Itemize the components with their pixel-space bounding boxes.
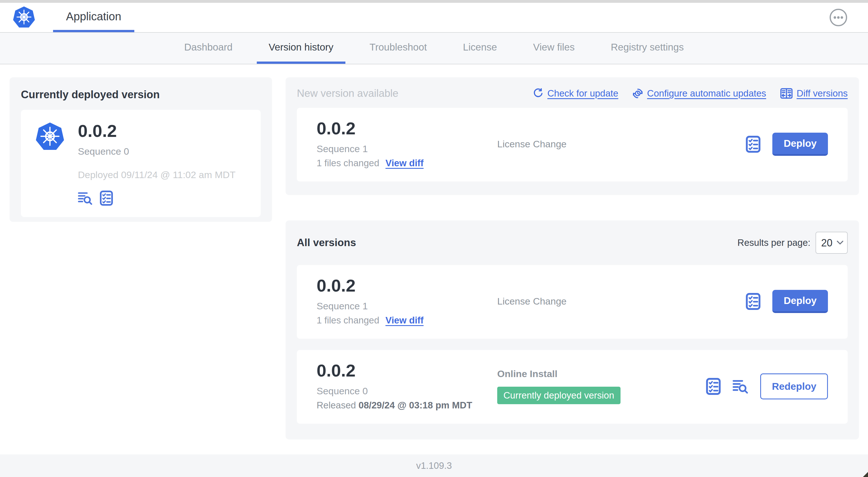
current-version-actions [78, 190, 236, 206]
current-version-sequence: Sequence 0 [78, 146, 236, 157]
version-actions: Deploy [746, 290, 828, 313]
files-changed-text: 1 files changed [317, 315, 379, 326]
nav-tab-version-history[interactable]: Version history [257, 33, 345, 64]
mouse-cursor [863, 472, 868, 477]
currently-deployed-panel: Currently deployed version [9, 77, 272, 222]
overflow-menu-button[interactable] [829, 8, 848, 27]
current-version-details: 0.0.2 Sequence 0 Deployed 09/11/24 @ 11:… [78, 122, 236, 205]
version-actions: Deploy [746, 133, 828, 156]
deploy-logs-button[interactable] [78, 191, 93, 205]
configure-automatic-updates-link[interactable]: Configure automatic updates [632, 88, 766, 99]
nav-tab-view-files[interactable]: View files [521, 33, 586, 64]
all-versions-header: All versions Results per page: 20 [297, 232, 848, 254]
version-info: 0.0.2 Sequence 1 1 files changed View di… [317, 277, 497, 326]
all-versions-title: All versions [297, 237, 356, 249]
new-version-header: New version available Check for update [297, 88, 848, 99]
app-header: Application [0, 3, 868, 33]
kubernetes-logo-icon [12, 6, 36, 29]
version-sequence: Sequence 1 [317, 301, 497, 311]
checklist-icon [746, 293, 761, 310]
section-nav: Dashboard Version history Troubleshoot L… [0, 33, 868, 64]
new-version-card: 0.0.2 Sequence 1 1 files changed View di… [297, 108, 848, 181]
nav-tab-troubleshoot[interactable]: Troubleshoot [358, 33, 439, 64]
current-version-deployed-at: Deployed 09/11/24 @ 11:02 am MDT [78, 169, 236, 180]
preflight-checks-button[interactable] [706, 378, 721, 395]
deploy-button[interactable]: Deploy [772, 290, 828, 313]
current-version-number: 0.0.2 [78, 122, 236, 140]
nav-tab-registry-settings[interactable]: Registry settings [599, 33, 695, 64]
version-source: License Change [497, 139, 746, 150]
update-actions: Check for update Configure automatic upd… [533, 88, 848, 99]
checklist-icon [746, 136, 761, 153]
log-search-icon [733, 379, 748, 394]
version-number: 0.0.2 [317, 362, 497, 379]
version-source: License Change [497, 296, 746, 307]
version-info: 0.0.2 Sequence 1 1 files changed View di… [317, 120, 497, 169]
currently-deployed-card: 0.0.2 Sequence 0 Deployed 09/11/24 @ 11:… [21, 110, 261, 217]
app-title: Application [66, 10, 121, 23]
split-diff-icon [780, 88, 793, 99]
version-rows: 0.0.2 Sequence 1 1 files changed View di… [297, 265, 848, 424]
results-per-page-label: Results per page: [737, 237, 810, 248]
released-date: 08/29/24 @ 03:18 pm MDT [359, 400, 472, 410]
version-source: Online Install Currently deployed versio… [497, 368, 706, 404]
main-content: Currently deployed version [0, 64, 868, 454]
check-for-update-link[interactable]: Check for update [533, 88, 618, 99]
diff-versions-link[interactable]: Diff versions [780, 88, 848, 99]
kubernetes-app-icon [35, 122, 65, 152]
source-label: Online Install [497, 368, 706, 379]
version-info: 0.0.2 Sequence 0 Released 08/29/24 @ 03:… [317, 362, 497, 411]
files-changed-row: 1 files changed View diff [317, 158, 497, 169]
checklist-icon [706, 378, 721, 395]
view-diff-link[interactable]: View diff [385, 315, 424, 326]
all-versions-panel: All versions Results per page: 20 [286, 220, 859, 440]
header-spacer [134, 3, 829, 32]
app-window: Application Dashboard Version history Tr… [0, 0, 868, 477]
source-label: License Change [497, 139, 746, 150]
currently-deployed-title: Currently deployed version [21, 89, 261, 101]
files-changed-row: 1 files changed View diff [317, 315, 497, 326]
results-per-page-select[interactable]: 20 [815, 232, 848, 254]
results-per-page: Results per page: 20 [737, 232, 848, 254]
right-column: New version available Check for update [286, 77, 859, 443]
new-version-panel: New version available Check for update [286, 77, 859, 195]
view-diff-link[interactable]: View diff [385, 158, 424, 169]
version-number: 0.0.2 [317, 120, 497, 137]
version-sequence: Sequence 1 [317, 143, 497, 154]
clock-refresh-icon [632, 88, 643, 99]
checklist-icon [100, 190, 113, 206]
app-footer: v1.109.3 [0, 454, 868, 477]
files-changed-text: 1 files changed [317, 158, 379, 169]
nav-tab-license[interactable]: License [451, 33, 509, 64]
deploy-logs-button[interactable] [733, 379, 748, 394]
version-number: 0.0.2 [317, 277, 497, 294]
tab-application[interactable]: Application [53, 3, 134, 32]
deploy-button[interactable]: Deploy [772, 133, 828, 156]
released-label: Released [317, 400, 356, 410]
source-label: License Change [497, 296, 746, 307]
new-version-title: New version available [297, 88, 398, 99]
ellipsis-icon [829, 8, 848, 27]
version-sequence: Sequence 0 [317, 386, 497, 396]
app-logo [12, 3, 36, 32]
nav-tab-dashboard[interactable]: Dashboard [173, 33, 244, 64]
version-actions: Redeploy [706, 374, 828, 399]
preflight-checks-button[interactable] [746, 293, 761, 310]
version-row: 0.0.2 Sequence 1 1 files changed View di… [297, 265, 848, 339]
console-version: v1.109.3 [416, 460, 452, 471]
refresh-icon [533, 88, 544, 99]
top-border-strip [0, 0, 868, 3]
redeploy-button[interactable]: Redeploy [760, 374, 828, 399]
released-row: Released 08/29/24 @ 03:18 pm MDT [317, 400, 497, 411]
preflight-checks-button[interactable] [100, 190, 113, 206]
version-row: 0.0.2 Sequence 0 Released 08/29/24 @ 03:… [297, 350, 848, 424]
log-search-icon [78, 191, 93, 205]
preflight-checks-button[interactable] [746, 136, 761, 153]
currently-deployed-badge: Currently deployed version [497, 387, 621, 404]
left-column: Currently deployed version [9, 77, 272, 443]
